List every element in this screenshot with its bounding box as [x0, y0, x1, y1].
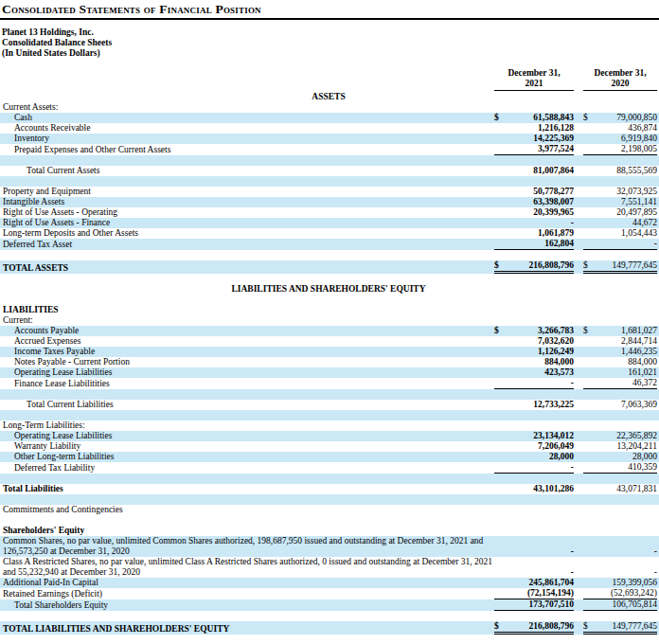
amount-2020: 7,551,141	[583, 197, 657, 207]
amount-value: (72,154,194)	[494, 588, 574, 599]
amount-2021: 63,398,007	[494, 197, 574, 207]
amount-value: -	[583, 239, 657, 249]
row-other-longterm-liabilities: Other Long-term Liabilities28,00028,000	[0, 452, 659, 462]
amount-value: 3,266,783	[499, 326, 574, 336]
amount-2021: (72,154,194)	[494, 588, 574, 599]
section-title: LIABILITIES AND SHAREHOLDERS' EQUITY	[231, 284, 425, 295]
title-divider	[0, 18, 659, 20]
amount-2020: 106,705,814	[583, 599, 657, 611]
spacer-row	[0, 274, 659, 284]
row-label: Total Current Assets	[0, 166, 494, 176]
amount-value: 159,399,056	[583, 578, 657, 588]
row-label: Notes Payable - Current Portion	[0, 357, 494, 367]
amount-2021: 162,804	[494, 239, 574, 250]
amount-2021: 1,216,128	[494, 123, 574, 134]
row-label: Total Liabilities	[0, 484, 494, 494]
amount-2021: $3,266,783	[494, 326, 574, 336]
company-name: Planet 13 Holdings, Inc.	[2, 27, 659, 38]
row-total-liabilities-and-equity: TOTAL LIABILITIES AND SHAREHOLDERS' EQUI…	[0, 621, 659, 635]
amount-value: 1,061,879	[494, 228, 574, 239]
amount-value: 162,804	[494, 239, 574, 249]
row-intangible-assets: Intangible Assets63,398,0077,551,141	[0, 197, 659, 207]
amount-2021: $216,808,796	[494, 621, 574, 635]
amount-2021: 423,573	[494, 367, 574, 378]
amount-2020: $149,777,645	[583, 621, 657, 635]
amount-2020: 1,054,443	[583, 228, 657, 239]
row-label: Intangible Assets	[0, 197, 494, 207]
amount-value: 12,733,225	[494, 400, 574, 410]
amount-2021: -	[494, 218, 574, 228]
amount-2021: 23,134,012	[494, 431, 574, 441]
spacer-row	[0, 410, 659, 420]
amount-value: 161,021	[583, 367, 657, 378]
row-total-assets: TOTAL ASSETS$216,808,796$149,777,645	[0, 260, 659, 274]
amount-value: 61,588,843	[499, 113, 574, 123]
row-inventory: Inventory14,225,3696,919,840	[0, 134, 659, 144]
amount-value: 20,497,895	[583, 207, 657, 218]
amount-value: 245,861,704	[494, 578, 574, 588]
amount-value: 216,808,796	[499, 621, 574, 632]
amount-2021: 81,007,864	[494, 166, 574, 176]
amount-value: 3,977,524	[494, 144, 574, 154]
amount-value: 216,808,796	[499, 260, 574, 271]
spacer-row	[0, 494, 659, 505]
row-operating-lease-current: Operating Lease Liabilities423,573161,02…	[0, 367, 659, 378]
amount-2021: 7,032,620	[494, 336, 574, 347]
row-label: Right of Use Assets - Finance	[0, 218, 494, 228]
row-label: Other Long-term Liabilities	[0, 452, 494, 462]
column-header-2021: December 31, 2021	[494, 68, 574, 91]
amount-value: 63,398,007	[494, 197, 574, 207]
row-label: Long-Term Liabilities:	[0, 420, 494, 431]
row-common-shares: Common Shares, no par value, unlimited C…	[0, 536, 659, 557]
amount-2021: 884,000	[494, 357, 574, 367]
row-label: Warranty Liability	[0, 441, 494, 452]
amount-2020: 410,359	[583, 462, 657, 474]
amount-2020: 22,365,892	[583, 431, 657, 441]
amount-2020: 2,844,714	[583, 336, 657, 347]
amount-2020: -	[583, 239, 657, 250]
amount-2021: -	[494, 462, 574, 474]
amount-2020: 20,497,895	[583, 207, 657, 218]
row-deferred-tax-liability: Deferred Tax Liability-410,359	[0, 462, 659, 474]
amount-value: 20,399,965	[494, 207, 574, 218]
amount-value: 23,134,012	[494, 431, 574, 441]
amount-value: 7,551,141	[583, 197, 657, 207]
row-additional-paid-in-capital: Additional Paid-In Capital245,861,704159…	[0, 578, 659, 588]
row-label: Retained Earnings (Deficit)	[0, 589, 494, 599]
row-label: TOTAL LIABILITIES AND SHAREHOLDERS' EQUI…	[0, 624, 494, 635]
row-label: Inventory	[0, 134, 494, 144]
row-label: Current:	[0, 315, 494, 326]
amount-value: 28,000	[583, 452, 657, 462]
row-finance-lease-current: Finance Lease Liabilitities-46,372	[0, 378, 659, 389]
balance-sheet-rows: ASSETSCurrent Assets:Cash$61,588,843$79,…	[0, 92, 659, 635]
amount-value: 13,204,211	[583, 441, 657, 452]
amount-2020: 884,000	[583, 357, 657, 367]
row-label: Accounts Payable	[0, 326, 494, 336]
amount-2020: -	[583, 567, 657, 578]
row-shareholders-equity-heading: Shareholders' Equity	[0, 526, 659, 536]
row-total-shareholders-equity: Total Shareholders Equity173,707,510106,…	[0, 599, 659, 611]
row-notes-payable-current: Notes Payable - Current Portion884,00088…	[0, 357, 659, 367]
amount-value: 7,206,049	[494, 441, 574, 452]
amount-value: 149,777,645	[588, 621, 657, 632]
row-rou-operating: Right of Use Assets - Operating20,399,96…	[0, 207, 659, 218]
amount-value: 1,054,443	[583, 228, 657, 239]
row-commitments: Commitments and Contingencies	[0, 505, 659, 515]
amount-value: 43,071,831	[583, 484, 657, 494]
amount-value: 1,216,128	[494, 123, 574, 134]
row-retained-earnings: Retained Earnings (Deficit)(72,154,194)(…	[0, 588, 659, 599]
amount-value: 423,573	[494, 367, 574, 378]
spacer-row	[0, 389, 659, 400]
amount-2020: 161,021	[583, 367, 657, 378]
row-label: Deferred Tax Asset	[0, 240, 494, 250]
amount-value: 32,073,925	[583, 187, 657, 197]
row-label: Finance Lease Liabilitities	[0, 379, 494, 389]
amount-2020: 32,073,925	[583, 187, 657, 197]
amount-2021: 14,225,369	[494, 134, 574, 144]
company-block: Planet 13 Holdings, Inc. Consolidated Ba…	[2, 27, 659, 59]
amount-2020: 6,919,840	[583, 134, 657, 144]
currency-note: (In United States Dollars)	[2, 48, 659, 59]
row-label: Operating Lease Liabilities	[0, 367, 494, 378]
row-total-liabilities: Total Liabilities43,101,28643,071,831	[0, 484, 659, 494]
amount-2020: 44,672	[583, 218, 657, 228]
